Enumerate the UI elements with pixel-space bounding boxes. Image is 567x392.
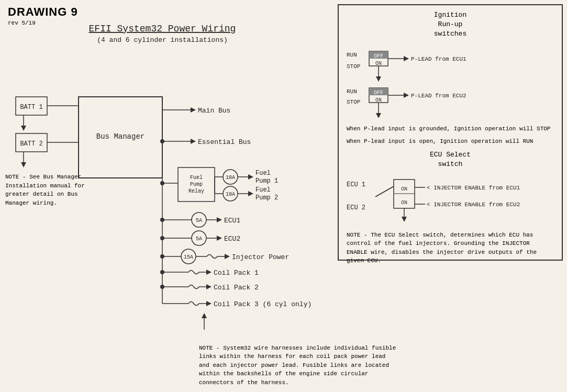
svg-text:ON: ON — [375, 97, 382, 103]
svg-marker-64 — [402, 217, 407, 222]
svg-text:< INJECTOR ENABLE from ECU1: < INJECTOR ENABLE from ECU1 — [427, 185, 520, 191]
svg-text:5A: 5A — [196, 236, 202, 242]
svg-text:Pump 2: Pump 2 — [255, 194, 278, 201]
main-bus-arrow — [191, 107, 196, 113]
svg-text:Fuel: Fuel — [255, 170, 271, 177]
coil1-arrow — [206, 270, 212, 275]
svg-text:ECU 2: ECU 2 — [347, 204, 365, 211]
svg-marker-50 — [404, 93, 409, 98]
info-box: Ignition Run-up switches RUN STOP OFF ON… — [338, 4, 563, 261]
svg-marker-53 — [376, 113, 381, 118]
diagram-subtitle: (4 and 6 cylinder installations) — [97, 36, 228, 44]
ecu-select-title: ECU Select switch — [344, 150, 557, 169]
svg-text:STOP: STOP — [347, 63, 361, 70]
ecu1-arrow — [217, 217, 222, 222]
batt1-arrow — [21, 126, 26, 131]
svg-text:ON: ON — [375, 61, 382, 66]
ecu2-out-label: ECU2 — [224, 235, 240, 243]
switch-note1: When P-lead input is grounded, Ignition … — [347, 125, 554, 133]
bus-manager-label: Bus Manager — [96, 132, 144, 141]
bottom-note: NOTE - System32 wire harnesses include i… — [199, 344, 398, 387]
svg-text:OFF: OFF — [374, 90, 383, 96]
batt2-arrow — [21, 162, 26, 167]
svg-text:ECU 1: ECU 1 — [347, 181, 365, 188]
coil1-label: Coil Pack 1 — [214, 269, 259, 277]
fp1-arrow — [248, 174, 253, 180]
ecu-note: NOTE - The ECU Select switch, determines… — [347, 231, 554, 265]
svg-marker-39 — [404, 56, 409, 61]
fusible-link-3 — [188, 285, 199, 289]
essential-bus-arrow — [191, 139, 196, 144]
svg-text:ON: ON — [401, 186, 407, 192]
coil3-label: Coil Pack 3 (6 cyl only) — [214, 300, 312, 308]
svg-text:RUN: RUN — [347, 88, 357, 95]
coil2-arrow — [206, 284, 212, 289]
injector-label: Injector Power — [232, 253, 289, 261]
injector-arrow — [225, 254, 230, 259]
svg-text:10A: 10A — [226, 192, 235, 197]
svg-text:P-LEAD from ECU2: P-LEAD from ECU2 — [411, 93, 466, 99]
svg-text:P-LEAD from ECU1: P-LEAD from ECU1 — [411, 56, 466, 62]
svg-text:10A: 10A — [226, 175, 235, 181]
ecu1-out-label: ECU1 — [224, 217, 240, 225]
diagram-title: EFII System32 Power Wiring — [89, 24, 236, 34]
batt2-label: BATT 2 — [20, 140, 42, 148]
coil3-arrow — [206, 301, 212, 306]
coil2-label: Coil Pack 2 — [214, 284, 259, 292]
fusible-link-1 — [207, 255, 217, 259]
left-note: NOTE - See Bus Manager Installation manu… — [5, 173, 94, 207]
svg-text:Pump: Pump — [190, 182, 203, 187]
svg-text:ON: ON — [401, 200, 407, 206]
ecu-switch-svg: ECU 1 ECU 2 ON ON < INJECTOR ENABLE from… — [344, 172, 559, 224]
ignition-title: Ignition Run-up switches — [344, 10, 557, 39]
fusible-link-4 — [188, 302, 199, 306]
svg-text:< INJECTOR ENABLE from ECU2: < INJECTOR ENABLE from ECU2 — [427, 201, 520, 208]
batt1-label: BATT 1 — [20, 104, 42, 111]
bottom-note-arrowhead — [202, 313, 207, 318]
svg-text:5A: 5A — [196, 218, 202, 223]
svg-text:RUN: RUN — [347, 52, 357, 58]
svg-text:OFF: OFF — [374, 53, 383, 59]
main-bus-label: Main Bus — [198, 107, 230, 115]
fp2-arrow — [248, 191, 253, 196]
svg-text:Pump 1: Pump 1 — [255, 177, 278, 185]
svg-marker-42 — [376, 76, 381, 82]
ignition-switches-svg: RUN STOP OFF ON P-LEAD from ECU1 RUN STO… — [344, 42, 559, 118]
fusible-link-2 — [188, 271, 199, 274]
svg-text:STOP: STOP — [347, 99, 361, 105]
svg-text:Fuel: Fuel — [255, 186, 271, 194]
ecu2-arrow — [217, 236, 222, 241]
essential-bus-label: Essential Bus — [198, 138, 251, 146]
switch-note2: When P-lead input is open, Ignition oper… — [347, 137, 554, 146]
svg-text:15A: 15A — [184, 254, 193, 260]
svg-line-56 — [375, 186, 394, 197]
svg-text:Fuel: Fuel — [190, 175, 203, 181]
page: DRAWING 9 rev 5/19 EFII System32 Power W… — [0, 0, 567, 392]
svg-text:Relay: Relay — [188, 188, 204, 194]
